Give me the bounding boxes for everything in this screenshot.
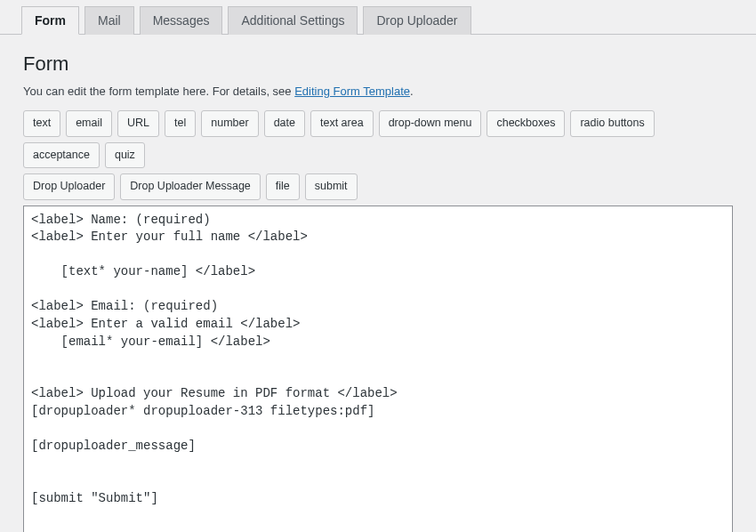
tag-file-button[interactable]: file (266, 173, 300, 200)
tab-messages[interactable]: Messages (140, 6, 223, 35)
tag-buttons-row-2: Drop Uploader Drop Uploader Message file… (23, 173, 733, 200)
tag-date-button[interactable]: date (264, 110, 305, 137)
panel-title: Form (23, 52, 733, 76)
tag-drop-uploader-button[interactable]: Drop Uploader (23, 173, 115, 200)
tag-url-button[interactable]: URL (117, 110, 159, 137)
tab-additional-settings[interactable]: Additional Settings (228, 6, 358, 35)
tag-number-button[interactable]: number (201, 110, 258, 137)
tag-checkboxes-button[interactable]: checkboxes (487, 110, 565, 137)
tab-form[interactable]: Form (21, 6, 79, 35)
tag-dropdown-button[interactable]: drop-down menu (379, 110, 482, 137)
tag-submit-button[interactable]: submit (305, 173, 358, 200)
tag-quiz-button[interactable]: quiz (105, 142, 145, 169)
tag-radio-button[interactable]: radio buttons (570, 110, 654, 137)
desc-text-prefix: You can edit the form template here. For… (23, 85, 294, 98)
panel-description: You can edit the form template here. For… (23, 85, 733, 98)
tab-mail[interactable]: Mail (84, 6, 134, 35)
tag-drop-uploader-message-button[interactable]: Drop Uploader Message (120, 173, 261, 200)
tag-acceptance-button[interactable]: acceptance (23, 142, 100, 169)
tag-textarea-button[interactable]: text area (310, 110, 374, 137)
tab-drop-uploader[interactable]: Drop Uploader (363, 6, 470, 35)
tag-email-button[interactable]: email (66, 110, 112, 137)
form-panel: Form You can edit the form template here… (0, 35, 756, 532)
tag-buttons-row-1: text email URL tel number date text area… (23, 110, 733, 168)
editing-form-template-link[interactable]: Editing Form Template (294, 85, 410, 98)
form-template-textarea[interactable] (23, 206, 733, 533)
tag-text-button[interactable]: text (23, 110, 60, 137)
desc-text-suffix: . (410, 85, 414, 98)
tabs-nav: Form Mail Messages Additional Settings D… (0, 0, 756, 35)
tag-tel-button[interactable]: tel (165, 110, 196, 137)
